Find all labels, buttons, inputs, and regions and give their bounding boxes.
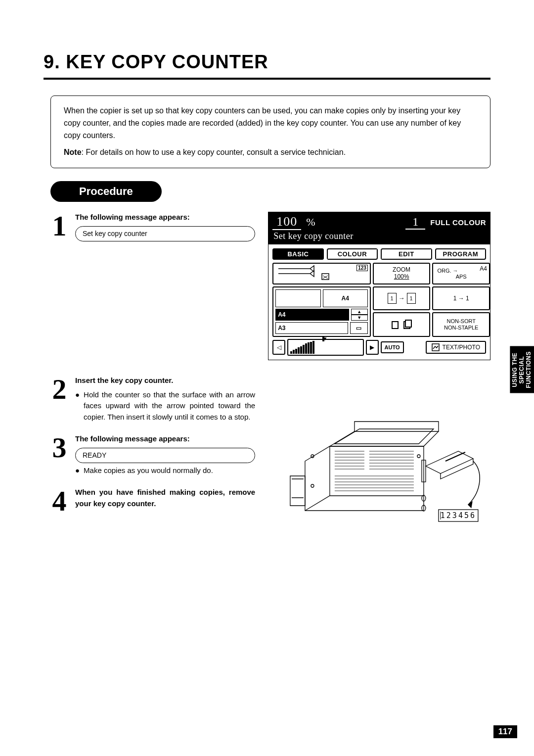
density-marker-icon: ▼ xyxy=(322,336,324,341)
paper-tray-icon: ▭ xyxy=(350,322,368,334)
image-type-icon xyxy=(432,343,440,351)
step3-heading: The following message appears: xyxy=(75,433,255,445)
tab-program[interactable]: PROGRAM xyxy=(435,248,486,260)
manual-page: 9. KEY COPY COUNTER When the copier is s… xyxy=(0,0,534,756)
staple-label: NON-STAPLE xyxy=(444,325,478,331)
paper-slot-empty[interactable] xyxy=(275,289,320,307)
copier-illustration: 123456 xyxy=(268,387,490,535)
title-rule xyxy=(44,78,490,80)
paper-select[interactable]: A4 A4 ▲▼ A3 ▭ xyxy=(272,286,371,337)
step-number: 4 xyxy=(50,490,68,513)
intro-box: When the copier is set up so that key co… xyxy=(50,95,490,168)
page-icon: 1 xyxy=(407,293,416,304)
svg-rect-0 xyxy=(322,274,329,280)
step2-bullet: Hold the counter so that the surface wit… xyxy=(84,389,255,423)
paper-slot-a4-selected[interactable]: A4 xyxy=(275,309,349,321)
sort-cell[interactable]: NON-SORT NON-STAPLE xyxy=(432,312,490,337)
step-1: 1 The following message appears: Set key… xyxy=(50,212,255,243)
lcd-panel: 100 % 1 FULL COLOUR Set key copy counter… xyxy=(268,212,490,360)
paper-stepper[interactable]: ▲▼ xyxy=(351,309,368,321)
sort-icon-cell[interactable] xyxy=(373,312,431,337)
step3-message: READY xyxy=(75,448,255,463)
page-number: 117 xyxy=(493,725,517,738)
staple-icon xyxy=(402,320,412,330)
tab-basic[interactable]: BASIC xyxy=(272,248,323,260)
duplex-icon-cell[interactable]: 1→1 xyxy=(373,286,431,310)
image-type-button[interactable]: TEXT/PHOTO xyxy=(426,341,486,354)
zoom-label: ZOOM xyxy=(393,267,410,274)
step1-message: Set key copy counter xyxy=(75,226,255,241)
intro-text: When the copier is set up so that key co… xyxy=(64,105,479,142)
org-label: ORG. xyxy=(437,268,451,274)
tray-counter: 123 xyxy=(356,265,368,271)
note-text: : For details on how to use a key copy c… xyxy=(82,148,346,156)
lcd-colour-mode: FULL COLOUR xyxy=(430,218,486,227)
svg-rect-3 xyxy=(405,320,411,327)
density-bar[interactable]: ▼ xyxy=(287,339,363,356)
image-type-label: TEXT/PHOTO xyxy=(443,344,480,351)
procedure-heading: Procedure xyxy=(50,181,162,202)
chapter-title: 9. KEY COPY COUNTER xyxy=(44,40,490,73)
density-auto-button[interactable]: AUTO xyxy=(381,341,404,353)
aps-size: A4 xyxy=(480,266,487,273)
aps-label: APS xyxy=(456,274,467,280)
paper-slot-a3[interactable]: A3 xyxy=(275,322,348,334)
lcd-message: Set key copy counter xyxy=(268,231,490,244)
counter-display: 123456 xyxy=(441,511,476,520)
step-2: 2 Insert the key copy counter. ●Hold the… xyxy=(50,375,255,425)
lcd-header: 100 % 1 FULL COLOUR xyxy=(268,212,490,231)
note-label: Note xyxy=(64,148,82,156)
lcd-zoom-unit: % xyxy=(306,216,315,229)
lcd-zoom-value: 100 xyxy=(272,214,301,230)
step-4: 4 When you have finished making copies, … xyxy=(50,487,255,513)
step2-heading: Insert the key copy counter. xyxy=(75,375,255,386)
step-number: 1 xyxy=(50,215,68,243)
step-3: 3 The following message appears: READY ●… xyxy=(50,433,255,478)
bullet-icon: ● xyxy=(75,465,80,476)
step4-heading: When you have finished making copies, re… xyxy=(75,487,255,509)
svg-point-6 xyxy=(311,484,314,487)
lcd-quantity: 1 xyxy=(405,215,425,230)
intro-note: Note: For details on how to use a key co… xyxy=(64,146,479,159)
section-side-tab: USING THESPECIALFUNCTIONS xyxy=(510,346,534,393)
density-row: ◁ ▼ ▶ AUTO TEXT/PHOTO xyxy=(272,339,486,356)
step1-row: 1 The following message appears: Set key… xyxy=(50,212,490,360)
zoom-cell[interactable]: ZOOM 100% xyxy=(373,263,431,284)
tray-indicator: 123 xyxy=(272,263,371,284)
aps-cell[interactable]: ORG. → APS A4 xyxy=(432,263,490,284)
page-icon: 1 xyxy=(388,293,397,304)
density-left-icon[interactable]: ◁ xyxy=(272,340,285,355)
duplex-cell[interactable]: 1 → 1 xyxy=(432,286,490,310)
svg-rect-1 xyxy=(392,322,398,329)
zoom-pct: 100% xyxy=(394,274,409,281)
step3-bullet: Make copies as you would normally do. xyxy=(84,465,213,476)
bullet-icon: ● xyxy=(75,389,80,423)
density-right-icon[interactable]: ▶ xyxy=(366,340,379,355)
sort-icon xyxy=(391,320,400,330)
svg-point-7 xyxy=(417,455,420,458)
lcd-tabs: BASIC COLOUR EDIT PROGRAM xyxy=(272,248,486,260)
step-number: 2 xyxy=(50,378,68,425)
tab-colour[interactable]: COLOUR xyxy=(327,248,378,260)
step1-heading: The following message appears: xyxy=(75,212,255,223)
tray-icon xyxy=(275,265,330,282)
sort-label: NON-SORT xyxy=(446,318,475,325)
tab-edit[interactable]: EDIT xyxy=(381,248,432,260)
step-number: 3 xyxy=(50,436,68,478)
paper-slot-a4[interactable]: A4 xyxy=(323,289,368,307)
steps-234-row: 2 Insert the key copy counter. ●Hold the… xyxy=(50,375,490,535)
